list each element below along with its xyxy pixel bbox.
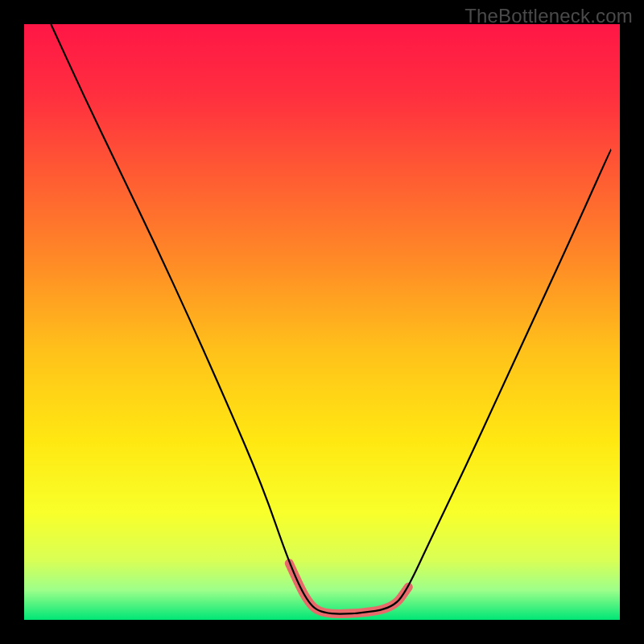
- chart-svg: [0, 0, 644, 644]
- chart-stage: TheBottleneck.com: [0, 0, 644, 644]
- gradient-background: [24, 24, 620, 620]
- watermark-text: TheBottleneck.com: [464, 5, 633, 27]
